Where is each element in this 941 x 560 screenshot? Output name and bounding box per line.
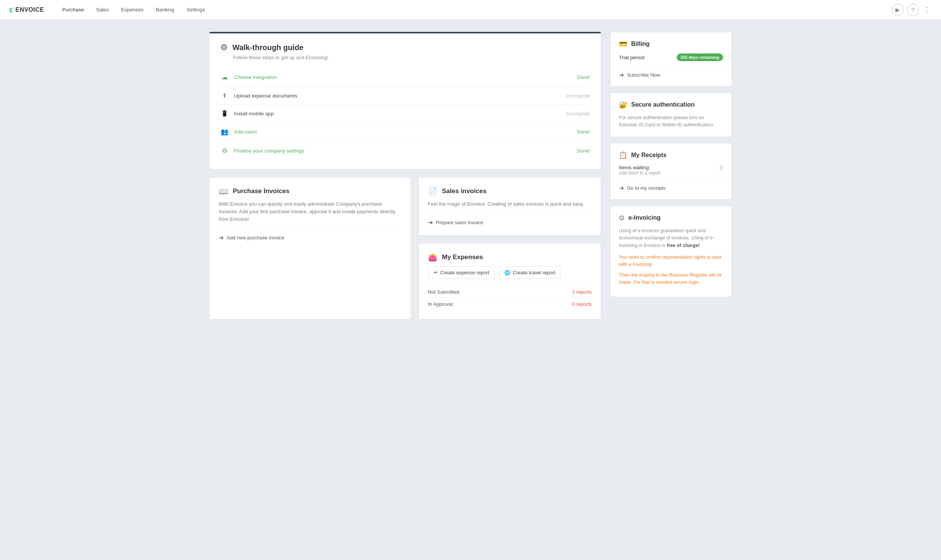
trial-badge: 255 days remaining <box>677 53 723 61</box>
guide-status-users: Done! <box>577 129 590 135</box>
book-icon: 📖 <box>219 187 228 196</box>
purchase-invoices-card: 📖 Purchase Invoices With Envoice you can… <box>209 177 411 319</box>
in-approval-row: In Approval 0 reports <box>428 298 592 310</box>
guide-status-integration: Done! <box>577 74 590 80</box>
add-purchase-invoice-link[interactable]: ➜ Add new purchase invoice <box>219 234 401 241</box>
logo-icon: ε <box>9 5 13 15</box>
einvoicing-title: e-Invoicing <box>628 214 660 221</box>
guide-item-label-users: Add users <box>234 129 257 135</box>
more-options-button[interactable]: ⋮ <box>922 4 932 16</box>
expense-report-icon: ✏ <box>434 270 438 275</box>
guide-item-label-settings: Finalise your company settings <box>234 148 304 154</box>
items-waiting-label: Items waiting <box>619 165 660 170</box>
guide-item-label-upload: Upload expense documents <box>234 93 297 99</box>
nav-sales[interactable]: Sales <box>90 0 115 20</box>
logo-text: ENVOICE <box>15 6 44 13</box>
trial-period-label: Trial period <box>619 55 644 60</box>
header-actions: ▶ ? ⋮ <box>892 4 932 16</box>
arrow-right-billing-icon: ➜ <box>619 71 624 79</box>
settings-icon: ⚙ <box>220 147 229 155</box>
sales-invoices-desc: Feel the magic of Envoice. Creating of s… <box>428 200 592 208</box>
users-icon: 👥 <box>220 128 229 136</box>
walkthrough-subtitle: Follow these steps to get up and Envoici… <box>233 55 590 60</box>
not-submitted-label: Not Submitted <box>428 289 459 295</box>
expense-buttons: ✏ Create expense report 🌐 Create travel … <box>428 266 592 279</box>
right-column: 💳 Billing Trial period 255 days remainin… <box>610 32 732 319</box>
in-approval-label: In Approval <box>428 301 453 307</box>
main-nav: Purchase Sales Expenses Banking Settings <box>56 0 892 20</box>
secure-auth-card: 🔐 Secure authentication For secure authe… <box>610 93 732 137</box>
credit-card-icon: 💳 <box>619 40 627 48</box>
arrow-right-icon: ➜ <box>219 234 224 241</box>
not-submitted-value[interactable]: 1 reports <box>572 289 592 295</box>
purchase-invoices-desc: With Envoice you can quickly and easily … <box>219 200 401 223</box>
mobile-icon: 📱 <box>220 110 229 117</box>
create-expense-report-button[interactable]: ✏ Create expense report <box>428 266 495 279</box>
guide-item-users[interactable]: 👥 Add users Done! <box>220 123 590 142</box>
guide-status-upload: Incomplete <box>566 93 590 99</box>
receipts-waiting-row: Items waiting Add them to a report 0 <box>619 165 723 176</box>
einvoicing-desc: Using of e-invoices guarantees quick and… <box>619 227 723 249</box>
guide-item-settings[interactable]: ⚙ Finalise your company settings Done! <box>220 142 590 160</box>
my-expenses-card: 👛 My Expenses ✏ Create expense report 🌐 … <box>418 243 601 319</box>
not-submitted-row: Not Submitted 1 reports <box>428 286 592 298</box>
create-travel-report-button[interactable]: 🌐 Create travel report <box>499 266 561 279</box>
walkthrough-title: Walk-through guide <box>232 43 303 52</box>
einvoicing-card: ⊙ e-Invoicing Using of e-invoices guaran… <box>610 206 732 297</box>
guide-item-integration[interactable]: ☁ Choose integration Done! <box>220 68 590 87</box>
guide-item-label-mobile: Install mobile app <box>234 111 274 116</box>
left-column: ⚙ Walk-through guide Follow these steps … <box>209 32 601 319</box>
arrow-right-receipts-icon: ➜ <box>619 184 624 192</box>
lower-row: 📖 Purchase Invoices With Envoice you can… <box>209 177 601 319</box>
in-approval-value[interactable]: 0 reports <box>572 301 592 307</box>
help-button[interactable]: ? <box>907 4 919 16</box>
nav-banking[interactable]: Banking <box>150 0 180 20</box>
purchase-invoices-title: Purchase Invoices <box>233 187 289 195</box>
my-receipts-title: My Receipts <box>631 152 666 159</box>
guide-item-mobile[interactable]: 📱 Install mobile app Incomplete <box>220 105 590 123</box>
shield-icon: 🔐 <box>619 101 627 109</box>
wallet-icon: 👛 <box>428 253 437 262</box>
travel-icon: 🌐 <box>504 270 510 275</box>
guide-status-settings: Done! <box>577 148 590 154</box>
go-to-receipts-link[interactable]: ➜ Go to my receipts <box>619 184 723 192</box>
einvoicing-warning1[interactable]: You need to confirm representation right… <box>619 254 723 269</box>
items-waiting-sublabel: Add them to a report <box>619 170 660 176</box>
main-content: ⚙ Walk-through guide Follow these steps … <box>197 20 744 332</box>
walkthrough-card: ⚙ Walk-through guide Follow these steps … <box>209 32 601 170</box>
sales-invoices-title: Sales invoices <box>442 187 486 195</box>
my-expenses-title: My Expenses <box>442 253 483 261</box>
billing-title: Billing <box>631 41 650 47</box>
cloud-icon: ☁ <box>220 73 229 81</box>
gear-icon: ⚙ <box>220 42 228 52</box>
guide-item-label-integration: Choose integration <box>234 74 277 80</box>
secure-auth-title: Secure authentication <box>631 101 695 108</box>
header: ε ENVOICE Purchase Sales Expenses Bankin… <box>0 0 941 20</box>
logo[interactable]: ε ENVOICE <box>9 5 44 15</box>
secure-auth-desc: For secure authentication please turn on… <box>619 114 723 129</box>
nav-settings[interactable]: Settings <box>180 0 211 20</box>
sales-invoices-card: 📄 Sales invoices Feel the magic of Envoi… <box>418 177 601 236</box>
billing-trial-row: Trial period 255 days remaining <box>619 53 723 61</box>
prepare-sales-invoice-link[interactable]: ➜ Prepare sales invoice <box>428 219 592 226</box>
arrow-right-icon-sales: ➜ <box>428 219 433 226</box>
play-button[interactable]: ▶ <box>892 4 904 16</box>
my-receipts-card: 📋 My Receipts Items waiting Add them to … <box>610 143 732 200</box>
einvoice-icon: ⊙ <box>619 214 625 222</box>
guide-items: ☁ Choose integration Done! ⬆ Upload expe… <box>220 68 590 160</box>
subscribe-now-link[interactable]: ➜ Subscribe Now <box>619 71 723 79</box>
einvoicing-warning2[interactable]: Then the enquiry to the Business Registe… <box>619 272 723 286</box>
receipts-count: 0 <box>720 165 723 171</box>
guide-item-upload[interactable]: ⬆ Upload expense documents Incomplete <box>220 87 590 105</box>
receipt-icon: 📋 <box>619 151 627 159</box>
upload-icon: ⬆ <box>220 92 229 99</box>
nav-purchase[interactable]: Purchase <box>56 0 90 20</box>
billing-card: 💳 Billing Trial period 255 days remainin… <box>610 32 732 87</box>
nav-expenses[interactable]: Expenses <box>115 0 150 20</box>
guide-status-mobile: Incomplete <box>566 111 590 116</box>
invoice-icon: 📄 <box>428 187 437 196</box>
